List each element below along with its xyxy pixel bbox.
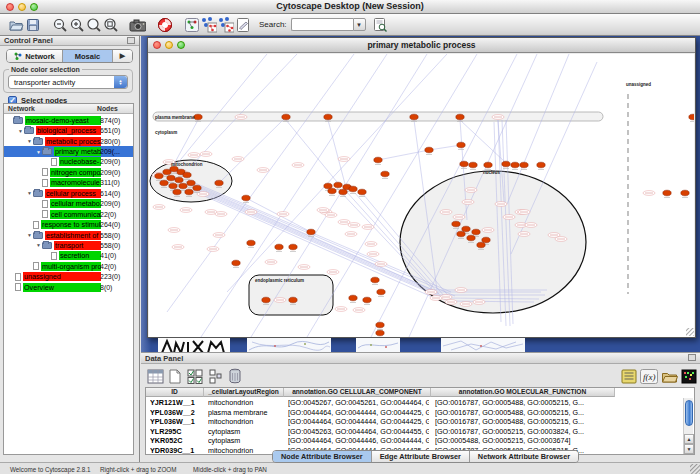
- network-manager-icon[interactable]: [183, 16, 200, 33]
- graph-node[interactable]: [460, 161, 468, 167]
- annotation-page-icon[interactable]: [234, 16, 251, 33]
- table-scrollbar[interactable]: ▲ ▼: [683, 398, 693, 454]
- delete-attribute-icon[interactable]: [226, 367, 244, 385]
- graph-node[interactable]: [289, 244, 297, 250]
- layout-2-icon[interactable]: [217, 16, 234, 33]
- table-cell[interactable]: YLR295C: [150, 427, 202, 436]
- tab-overflow-arrow[interactable]: ▶: [113, 50, 132, 62]
- tree-expand-arrow[interactable]: ▼: [26, 232, 33, 238]
- graph-node[interactable]: [334, 182, 342, 188]
- graph-node[interactable]: [520, 162, 528, 168]
- graph-node[interactable]: [193, 185, 201, 191]
- table-cell[interactable]: [GO:0044464, GO:0044444, GO:0044425, G..…: [288, 408, 429, 417]
- graph-node[interactable]: [457, 142, 465, 148]
- graph-node[interactable]: [183, 172, 191, 178]
- background-window-fragment[interactable]: [247, 338, 331, 353]
- table-cell[interactable]: [GO:0016787, GO:0005215, GO:0003824, G..…: [435, 427, 613, 436]
- tree-expand-arrow[interactable]: ▼: [35, 242, 42, 248]
- scroll-down-button[interactable]: ▼: [684, 444, 694, 454]
- tab-node-attribute-browser[interactable]: Node Attribute Browser: [273, 451, 372, 462]
- graph-node[interactable]: [425, 147, 433, 153]
- column-header[interactable]: annotation.GO MOLECULAR_FUNCTION: [431, 388, 615, 397]
- search-dropdown-button[interactable]: ▼: [353, 18, 366, 31]
- graph-node[interactable]: [175, 177, 183, 183]
- graph-node[interactable]: [349, 295, 357, 301]
- table-cell[interactable]: cytoplasm: [208, 427, 282, 436]
- tree-row-response-to-stimulu[interactable]: response to stimulu264(0): [4, 219, 133, 229]
- table-cell[interactable]: cytoplasm: [208, 436, 282, 445]
- graph-node[interactable]: [689, 114, 694, 120]
- graph-node[interactable]: [339, 189, 347, 195]
- tree-expand-arrow[interactable]: ▼: [35, 149, 42, 155]
- background-window-fragment[interactable]: [356, 338, 400, 353]
- graph-node[interactable]: [262, 297, 270, 303]
- graph-node[interactable]: [502, 161, 510, 167]
- zoom-out-icon[interactable]: [51, 16, 68, 33]
- tree-row-biological-process[interactable]: ▼biological_process651(0): [4, 125, 133, 135]
- graph-node[interactable]: [247, 240, 255, 246]
- graph-node[interactable]: [537, 162, 545, 168]
- graph-node[interactable]: [282, 114, 290, 120]
- new-attribute-icon[interactable]: [166, 367, 184, 385]
- graph-node[interactable]: [511, 162, 519, 168]
- node-color-dropdown[interactable]: transporter activity ▲▼: [8, 75, 128, 89]
- graph-node[interactable]: [381, 171, 389, 177]
- save-icon[interactable]: [24, 16, 41, 33]
- tree-row-mosaic-demo-yeast[interactable]: mosaic-demo-yeast874(0): [4, 115, 133, 125]
- import-attributes-icon[interactable]: [660, 367, 678, 385]
- tree-row-metabolic-process[interactable]: ▼metabolic process280(0): [4, 136, 133, 146]
- table-cell[interactable]: plasma membrane: [208, 408, 282, 417]
- table-cell[interactable]: YJR121W__1: [150, 398, 202, 407]
- layout-1-icon[interactable]: [200, 16, 217, 33]
- window-resize-grip[interactable]: [690, 464, 700, 474]
- table-cell[interactable]: [GO:0044464, GO:0044446, GO:0044444, G..…: [288, 436, 429, 445]
- graph-node[interactable]: [477, 242, 485, 248]
- column-header[interactable]: _cellularLayoutRegion: [204, 388, 284, 397]
- table-cell[interactable]: [GO:0045263, GO:0044464, GO:0044455, G..…: [288, 427, 429, 436]
- snapshot-icon[interactable]: [129, 16, 146, 33]
- zoom-selected-icon[interactable]: [85, 16, 102, 33]
- table-cell[interactable]: mitochondrion: [208, 417, 282, 426]
- table-cell[interactable]: [GO:0016787, GO:0005488, GO:0005215, G..…: [435, 398, 613, 407]
- graph-node[interactable]: [681, 190, 689, 196]
- table-cell[interactable]: mitochondrion: [208, 446, 282, 455]
- graph-node[interactable]: [452, 221, 460, 227]
- zoom-fit-icon[interactable]: [102, 16, 119, 33]
- tree-row-cell-communicat[interactable]: cell communicat22(0): [4, 209, 133, 219]
- table-cell[interactable]: YKR052C: [150, 436, 202, 445]
- network-canvas[interactable]: plasma membranecytoplasmmitochondrionnuc…: [149, 54, 694, 337]
- graph-node[interactable]: [179, 183, 187, 189]
- graph-node[interactable]: [457, 231, 465, 237]
- tree-row-secretion[interactable]: secretion41(0): [4, 251, 133, 261]
- table-cell[interactable]: [GO:0044464, GO:0044444, GO:0044425, G..…: [288, 417, 429, 426]
- graph-node[interactable]: [472, 229, 480, 235]
- tree-row-nucleobase-[interactable]: nucleobase-209(0): [4, 157, 133, 167]
- attribute-list-icon[interactable]: [620, 367, 638, 385]
- graph-node[interactable]: [663, 190, 671, 196]
- graph-node[interactable]: [275, 244, 283, 250]
- select-attributes-icon[interactable]: [186, 367, 204, 385]
- table-cell[interactable]: YDR039C__1: [150, 446, 202, 455]
- help-ring-icon[interactable]: [156, 16, 173, 33]
- table-cell[interactable]: mitochondrion: [208, 398, 282, 407]
- graph-node[interactable]: [410, 114, 418, 120]
- background-window-fragment[interactable]: [158, 338, 230, 353]
- graph-node[interactable]: [169, 183, 177, 189]
- tree-row-nitrogen-compo[interactable]: nitrogen compo209(0): [4, 167, 133, 177]
- graph-node[interactable]: [167, 175, 175, 181]
- search-index-icon[interactable]: [372, 16, 389, 33]
- tree-expand-arrow[interactable]: ▼: [17, 128, 24, 134]
- tree-row-macromolecule[interactable]: macromolecule311(0): [4, 178, 133, 188]
- graph-node[interactable]: [374, 157, 382, 163]
- table-cell[interactable]: [GO:0005488, GO:0005215, GO:0003674]: [435, 436, 613, 445]
- tree-row-unassigned[interactable]: unassigned223(0): [4, 272, 133, 282]
- graph-node[interactable]: [363, 297, 371, 303]
- graph-node[interactable]: [482, 237, 490, 243]
- table-scrollbar-thumb[interactable]: [685, 400, 693, 426]
- tree-expand-arrow[interactable]: ▼: [26, 190, 33, 196]
- table-cell[interactable]: [GO:0016787, GO:0005488, GO:0005215, G..…: [435, 408, 613, 417]
- graph-node[interactable]: [376, 322, 384, 328]
- graph-node[interactable]: [185, 189, 193, 195]
- graph-node[interactable]: [160, 180, 168, 186]
- attribute-batch-icon[interactable]: [206, 367, 224, 385]
